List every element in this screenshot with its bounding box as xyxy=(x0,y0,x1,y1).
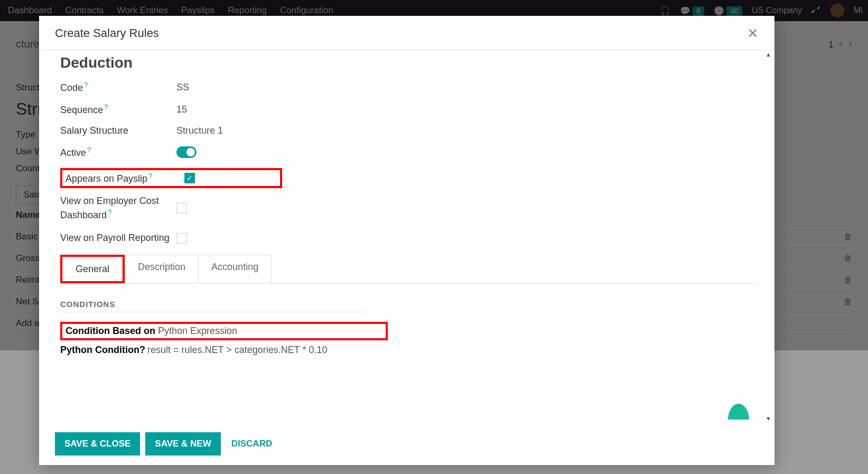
scroll-down-icon[interactable]: ▼ xyxy=(766,415,771,422)
label-code: Code? xyxy=(60,81,176,94)
modal-title: Create Salary Rules xyxy=(55,26,159,40)
value-sequence[interactable]: 15 xyxy=(176,104,187,115)
help-floating-icon[interactable] xyxy=(728,404,749,420)
save-new-button[interactable]: SAVE & NEW xyxy=(145,432,220,456)
label-view-payroll-reporting: View on Payroll Reporting xyxy=(60,231,176,245)
label-sequence: Sequence? xyxy=(60,103,176,116)
scroll-up-icon[interactable]: ▲ xyxy=(766,51,771,58)
value-code[interactable]: SS xyxy=(176,82,189,93)
close-icon[interactable]: ✕ xyxy=(747,26,759,40)
checkbox-view-payroll-reporting[interactable] xyxy=(176,233,187,244)
tab-description[interactable]: Description xyxy=(125,255,199,283)
value-condition-based-on[interactable]: Python Expression xyxy=(158,326,237,337)
section-conditions: CONDITIONS xyxy=(60,300,367,312)
help-icon[interactable]: ? xyxy=(148,172,152,180)
tab-accounting[interactable]: Accounting xyxy=(199,255,272,283)
label-structure: Salary Structure xyxy=(60,125,176,136)
discard-button[interactable]: DISCARD xyxy=(226,432,277,456)
help-icon[interactable]: ? xyxy=(139,345,145,355)
label-python-condition: Python Condition? xyxy=(60,345,147,356)
save-close-button[interactable]: SAVE & CLOSE xyxy=(55,432,140,456)
label-appears-on-payslip: Appears on Payslip? xyxy=(66,172,171,184)
help-icon[interactable]: ? xyxy=(84,81,88,89)
tab-general[interactable]: General xyxy=(62,257,123,281)
checkbox-appears-on-payslip[interactable]: ✓ xyxy=(184,173,195,183)
create-salary-rules-modal: Create Salary Rules ✕ ▲ Deduction Code? … xyxy=(39,16,774,465)
help-icon[interactable]: ? xyxy=(104,103,108,111)
value-structure[interactable]: Structure 1 xyxy=(176,125,223,136)
section-title: Deduction xyxy=(60,54,759,71)
value-python-condition[interactable]: result = rules.NET > categories.NET * 0.… xyxy=(147,345,328,356)
checkbox-view-employer-cost[interactable] xyxy=(176,203,187,213)
label-view-employer-cost: View on Employer Cost Dashboard? xyxy=(60,194,176,222)
help-icon[interactable]: ? xyxy=(108,208,111,216)
help-icon[interactable]: ? xyxy=(87,146,91,154)
toggle-active[interactable] xyxy=(176,146,197,158)
label-active: Active? xyxy=(60,146,176,159)
tabs: General Description Accounting xyxy=(60,255,759,284)
label-condition-based-on: Condition Based on xyxy=(66,326,158,337)
